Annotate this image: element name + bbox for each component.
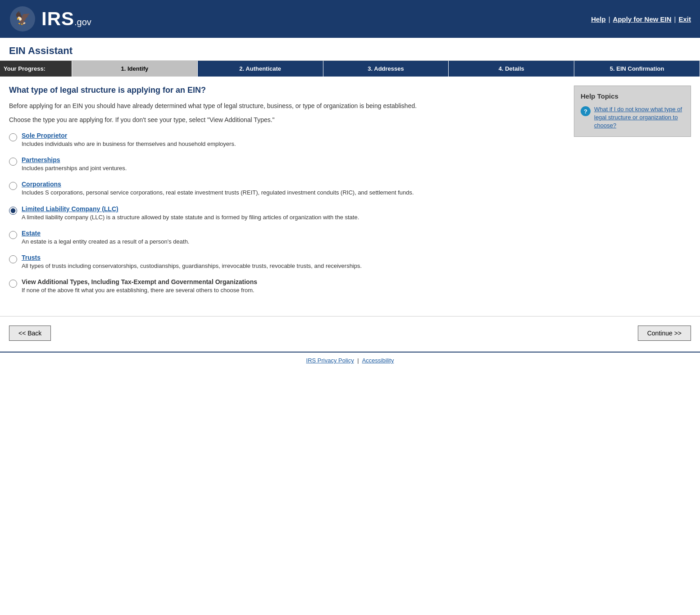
options-list: Sole Proprietor Includes individuals who… <box>9 132 565 294</box>
help-question-icon: ? <box>581 106 591 116</box>
trusts-desc: All types of trusts including conservato… <box>22 262 362 270</box>
progress-step-3[interactable]: 3. Addresses <box>323 61 449 77</box>
progress-bar: Your Progress: 1. Identify 2. Authentica… <box>0 61 700 77</box>
additional-types-label[interactable]: View Additional Types, Including Tax-Exe… <box>22 278 257 285</box>
eagle-icon: 🦅 <box>9 5 36 32</box>
corporations-label[interactable]: Corporations <box>22 181 61 188</box>
radio-estate[interactable] <box>9 231 17 239</box>
option-llc: Limited Liability Company (LLC) A limite… <box>9 205 565 222</box>
sole-proprietor-label[interactable]: Sole Proprietor <box>22 132 67 139</box>
progress-step-1[interactable]: 1. Identify <box>72 61 198 77</box>
exit-link[interactable]: Exit <box>678 15 691 23</box>
help-link-legal-structure[interactable]: What if I do not know what type of legal… <box>594 105 684 130</box>
radio-sole-proprietor[interactable] <box>9 133 17 141</box>
apply-new-ein-link[interactable]: Apply for New EIN <box>613 15 672 23</box>
option-corporations: Corporations Includes S corporations, pe… <box>9 181 565 197</box>
help-sidebar: Help Topics ? What if I do not know what… <box>574 86 691 137</box>
gov-text: .gov <box>74 17 91 27</box>
option-additional-types: View Additional Types, Including Tax-Exe… <box>9 278 565 294</box>
site-header: 🦅 IRS.gov Help | Apply for New EIN | Exi… <box>0 0 700 38</box>
intro-paragraph-2: Choose the type you are applying for. If… <box>9 115 565 125</box>
partnerships-label[interactable]: Partnerships <box>22 156 60 163</box>
main-content: What type of legal structure is applying… <box>0 77 700 312</box>
estate-desc: An estate is a legal entity created as a… <box>22 238 189 246</box>
site-footer: IRS Privacy Policy | Accessibility <box>0 352 700 368</box>
header-navigation: Help | Apply for New EIN | Exit <box>591 15 691 23</box>
help-item-1: ? What if I do not know what type of leg… <box>581 105 684 130</box>
help-link[interactable]: Help <box>591 15 606 23</box>
nav-separator-1: | <box>609 15 610 23</box>
progress-step-4[interactable]: 4. Details <box>449 61 574 77</box>
progress-step-5[interactable]: 5. EIN Confirmation <box>574 61 700 77</box>
page-title: EIN Assistant <box>9 45 691 57</box>
bottom-navigation: << Back Continue >> <box>0 316 700 352</box>
main-question: What type of legal structure is applying… <box>9 86 565 95</box>
radio-additional-types[interactable] <box>9 280 17 288</box>
svg-text:🦅: 🦅 <box>15 11 31 26</box>
progress-step-2[interactable]: 2. Authenticate <box>198 61 323 77</box>
left-panel: What type of legal structure is applying… <box>9 86 565 303</box>
option-estate: Estate An estate is a legal entity creat… <box>9 230 565 246</box>
estate-label[interactable]: Estate <box>22 230 41 237</box>
continue-button[interactable]: Continue >> <box>638 326 691 341</box>
radio-partnerships[interactable] <box>9 158 17 166</box>
intro-paragraph-1: Before applying for an EIN you should ha… <box>9 101 565 111</box>
privacy-policy-link[interactable]: IRS Privacy Policy <box>306 357 354 364</box>
nav-separator-2: | <box>674 15 676 23</box>
radio-corporations[interactable] <box>9 182 17 190</box>
option-trusts: Trusts All types of trusts including con… <box>9 254 565 270</box>
sole-proprietor-desc: Includes individuals who are in business… <box>22 140 236 148</box>
radio-llc[interactable] <box>9 207 17 215</box>
option-partnerships: Partnerships Includes partnerships and j… <box>9 156 565 172</box>
additional-types-desc: If none of the above fit what you are es… <box>22 286 257 294</box>
footer-separator: | <box>357 357 359 364</box>
radio-trusts[interactable] <box>9 255 17 263</box>
trusts-label[interactable]: Trusts <box>22 254 41 261</box>
logo: 🦅 IRS.gov <box>9 5 91 32</box>
llc-label[interactable]: Limited Liability Company (LLC) <box>22 205 118 213</box>
back-button[interactable]: << Back <box>9 326 51 341</box>
option-sole-proprietor: Sole Proprietor Includes individuals who… <box>9 132 565 148</box>
irs-logo-text: IRS <box>41 8 74 29</box>
corporations-desc: Includes S corporations, personal servic… <box>22 189 414 197</box>
progress-label: Your Progress: <box>0 61 72 77</box>
accessibility-link[interactable]: Accessibility <box>362 357 394 364</box>
partnerships-desc: Includes partnerships and joint ventures… <box>22 164 127 172</box>
help-topics-title: Help Topics <box>581 92 684 100</box>
llc-desc: A limited liability company (LLC) is a s… <box>22 213 359 222</box>
page-title-area: EIN Assistant <box>0 38 700 61</box>
